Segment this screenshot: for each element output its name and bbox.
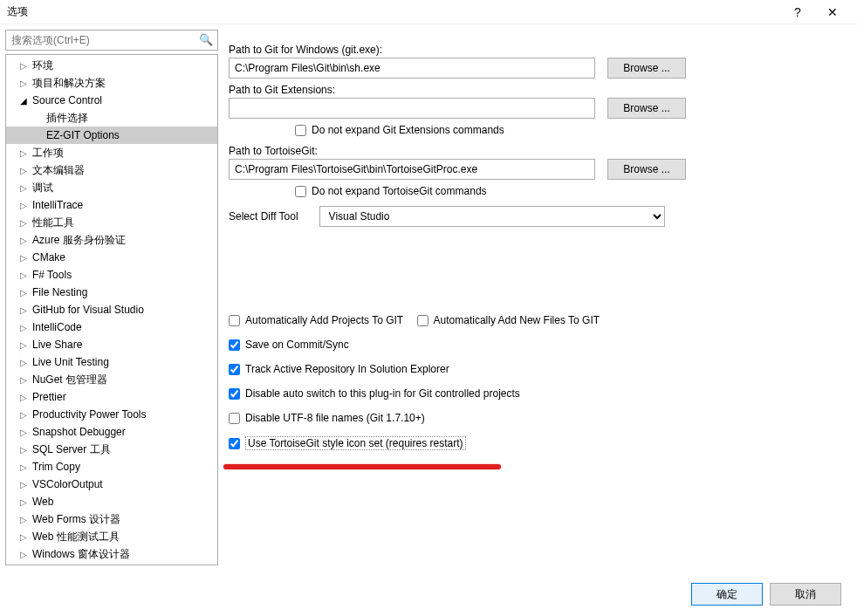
tree-item-1[interactable]: ▷项目和解决方案 <box>6 74 217 92</box>
tree-item-label: Trim Copy <box>29 461 80 473</box>
tree-item-label: F# Tools <box>29 269 72 281</box>
git-ext-noexpand-label: Do not expand Git Extensions commands <box>312 124 504 136</box>
tree-item-label: Windows 窗体设计器 <box>29 547 130 562</box>
chevron-right-icon: ▷ <box>18 532 29 542</box>
tree-item-24[interactable]: ▷VSColorOutput <box>6 476 217 493</box>
chevron-right-icon: ▷ <box>18 462 29 472</box>
tree-item-label: 文本编辑器 <box>29 163 85 178</box>
options-tree[interactable]: ▷环境▷项目和解决方案◢Source Control插件选择EZ-GIT Opt… <box>5 54 218 565</box>
tree-item-6[interactable]: ▷文本编辑器 <box>6 161 217 179</box>
chevron-right-icon: ▷ <box>18 253 29 263</box>
git-ext-browse-button[interactable]: Browse ... <box>607 98 686 119</box>
chevron-right-icon: ▷ <box>18 218 29 228</box>
tree-item-label: Web <box>29 496 53 508</box>
tree-item-2[interactable]: ◢Source Control <box>6 92 217 109</box>
tree-item-7[interactable]: ▷调试 <box>6 179 217 196</box>
chevron-right-icon: ▷ <box>18 323 29 332</box>
search-input[interactable] <box>5 30 218 51</box>
tortoise-noexpand-checkbox[interactable] <box>295 186 306 197</box>
tree-item-28[interactable]: ▷Windows 窗体设计器 <box>6 545 217 563</box>
tree-item-label: 工作项 <box>29 146 64 161</box>
chevron-right-icon: ▷ <box>18 236 29 245</box>
tree-item-26[interactable]: ▷Web Forms 设计器 <box>6 510 217 528</box>
tree-item-16[interactable]: ▷Live Share <box>6 336 217 353</box>
chevron-right-icon: ▷ <box>18 288 29 298</box>
close-button[interactable]: ✕ <box>815 5 850 19</box>
tree-item-label: 调试 <box>29 181 53 195</box>
chevron-right-icon: ▷ <box>18 201 29 210</box>
tortoise-icons-checkbox[interactable] <box>229 438 240 449</box>
diff-tool-label: Select Diff Tool <box>229 210 298 222</box>
chevron-right-icon: ▷ <box>18 428 29 437</box>
tree-item-label: 插件选择 <box>43 111 88 126</box>
tree-item-27[interactable]: ▷Web 性能测试工具 <box>6 528 217 545</box>
tree-item-label: 项目和解决方案 <box>29 76 106 91</box>
tree-item-label: CMake <box>29 251 65 264</box>
auto-add-files-checkbox[interactable] <box>417 315 428 326</box>
chevron-right-icon: ▷ <box>18 166 29 175</box>
disable-autoswitch-checkbox[interactable] <box>229 388 240 400</box>
tree-item-14[interactable]: ▷GitHub for Visual Studio <box>6 301 217 318</box>
tree-item-17[interactable]: ▷Live Unit Testing <box>6 353 217 371</box>
tree-item-22[interactable]: ▷SQL Server 工具 <box>6 441 217 458</box>
chevron-right-icon: ▷ <box>18 148 29 158</box>
tree-item-12[interactable]: ▷F# Tools <box>6 266 217 284</box>
annotation-underline <box>223 464 501 469</box>
cancel-button[interactable]: 取消 <box>770 583 841 606</box>
tree-item-label: VSColorOutput <box>29 478 103 490</box>
search-icon: 🔍 <box>199 33 213 46</box>
window-title: 选项 <box>7 4 780 19</box>
tree-item-10[interactable]: ▷Azure 服务身份验证 <box>6 231 217 249</box>
auto-add-files-label: Automatically Add New Files To GIT <box>434 314 600 326</box>
tree-item-13[interactable]: ▷File Nesting <box>6 284 217 301</box>
tortoise-label: Path to TortoiseGit: <box>229 145 840 157</box>
tree-item-label: Snapshot Debugger <box>29 426 126 438</box>
git-win-label: Path to Git for Windows (git.exe): <box>229 44 840 56</box>
chevron-right-icon: ▷ <box>18 410 29 420</box>
git-ext-input[interactable] <box>229 98 595 119</box>
tree-item-20[interactable]: ▷Productivity Power Tools <box>6 406 217 423</box>
save-on-commit-label: Save on Commit/Sync <box>245 339 349 351</box>
chevron-right-icon: ▷ <box>18 393 29 402</box>
help-button[interactable]: ? <box>780 5 815 19</box>
track-repo-checkbox[interactable] <box>229 364 240 375</box>
tree-item-label: 性能工具 <box>29 216 74 230</box>
tree-item-11[interactable]: ▷CMake <box>6 249 217 266</box>
chevron-right-icon: ▷ <box>18 358 29 367</box>
tree-item-label: EZ-GIT Options <box>43 129 120 141</box>
tree-item-0[interactable]: ▷环境 <box>6 57 217 74</box>
ok-button[interactable]: 确定 <box>691 583 763 606</box>
diff-tool-select[interactable]: Visual Studio <box>319 206 665 227</box>
tree-item-23[interactable]: ▷Trim Copy <box>6 458 217 476</box>
chevron-right-icon: ▷ <box>18 270 29 280</box>
git-win-browse-button[interactable]: Browse ... <box>607 58 686 79</box>
tree-item-8[interactable]: ▷IntelliTrace <box>6 196 217 214</box>
tortoise-input[interactable] <box>229 159 595 180</box>
disable-autoswitch-label: Disable auto switch to this plug-in for … <box>245 387 520 400</box>
chevron-right-icon: ▷ <box>18 497 29 507</box>
tree-item-3[interactable]: 插件选择 <box>6 109 217 127</box>
tree-item-9[interactable]: ▷性能工具 <box>6 214 217 231</box>
tree-item-label: IntelliTrace <box>29 199 83 211</box>
tree-item-21[interactable]: ▷Snapshot Debugger <box>6 423 217 441</box>
tree-item-label: IntelliCode <box>29 321 82 333</box>
disable-utf8-checkbox[interactable] <box>229 413 240 424</box>
tree-item-5[interactable]: ▷工作项 <box>6 144 217 161</box>
track-repo-label: Track Active Repository In Solution Expl… <box>245 363 449 375</box>
tortoise-browse-button[interactable]: Browse ... <box>607 159 686 180</box>
tree-item-label: File Nesting <box>29 286 87 298</box>
git-ext-noexpand-checkbox[interactable] <box>295 125 306 136</box>
chevron-right-icon: ▷ <box>18 515 29 524</box>
chevron-down-icon: ◢ <box>18 96 29 106</box>
chevron-right-icon: ▷ <box>18 550 29 559</box>
tree-item-label: Live Share <box>29 339 82 351</box>
tree-item-19[interactable]: ▷Prettier <box>6 388 217 406</box>
tree-item-15[interactable]: ▷IntelliCode <box>6 318 217 336</box>
tree-item-25[interactable]: ▷Web <box>6 493 217 510</box>
tree-item-4[interactable]: EZ-GIT Options <box>6 127 217 144</box>
tree-item-label: 环境 <box>29 58 53 73</box>
tree-item-18[interactable]: ▷NuGet 包管理器 <box>6 371 217 388</box>
git-win-input[interactable] <box>229 58 595 79</box>
auto-add-projects-checkbox[interactable] <box>229 315 240 326</box>
save-on-commit-checkbox[interactable] <box>229 339 240 351</box>
